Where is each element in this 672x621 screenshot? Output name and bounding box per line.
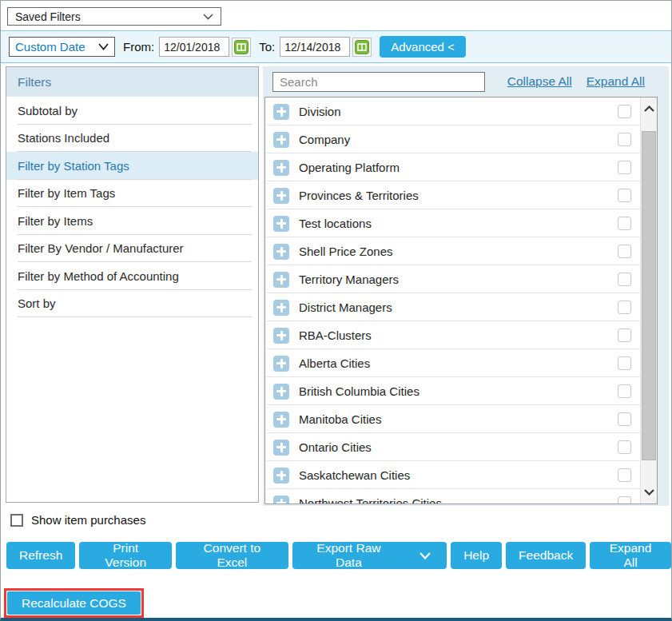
tag-label: Saskatchewan Cities <box>299 468 410 482</box>
expand-icon[interactable] <box>273 104 289 120</box>
to-date-input[interactable]: 12/14/2018 <box>280 37 350 57</box>
chevron-down-icon <box>98 43 109 50</box>
collapse-all-link[interactable]: Collapse All <box>507 74 572 89</box>
expand-icon[interactable] <box>273 356 289 372</box>
tag-checkbox[interactable] <box>618 328 631 342</box>
tag-checkbox[interactable] <box>618 161 631 174</box>
expand-all-button[interactable]: Expand All <box>590 542 671 569</box>
tag-row-ontario-cities: Ontario Cities <box>265 433 657 461</box>
tags-header: Collapse All Expand All <box>263 66 669 97</box>
tag-row-shell-price-zones: Shell Price Zones <box>265 237 657 265</box>
tag-checkbox[interactable] <box>618 468 631 482</box>
tag-row-alberta-cities: Alberta Cities <box>265 349 657 377</box>
tag-row-manitoba-cities: Manitoba Cities <box>265 405 657 433</box>
tag-row-territory-managers: Territory Managers <box>265 265 657 293</box>
vertical-scrollbar[interactable] <box>640 98 657 504</box>
expand-icon[interactable] <box>273 384 289 400</box>
from-label: From: <box>123 40 154 54</box>
expand-icon[interactable] <box>273 300 289 316</box>
show-item-purchases: Show item purchases <box>10 513 145 527</box>
tag-checkbox[interactable] <box>618 412 631 426</box>
tag-row-british-columbia-cities: British Columbia Cities <box>265 377 657 405</box>
tag-checkbox[interactable] <box>618 356 631 370</box>
tag-checkbox[interactable] <box>618 384 631 398</box>
tag-row-northwest-territories-cities: Northwest Territories Cities <box>265 489 657 504</box>
expand-icon[interactable] <box>273 216 289 232</box>
tag-checkbox[interactable] <box>618 301 631 314</box>
tag-checkbox[interactable] <box>618 189 631 202</box>
filter-item-vendor-manufacturer[interactable]: Filter By Vendor / Manufacturer <box>6 235 258 263</box>
tag-label: Northwest Territories Cities <box>299 496 442 504</box>
tag-label: Ontario Cities <box>299 440 372 454</box>
expand-icon[interactable] <box>273 188 289 204</box>
expand-icon[interactable] <box>273 244 289 260</box>
filter-item-station-tags[interactable]: Filter by Station Tags <box>6 152 258 180</box>
export-raw-data-label: Export Raw Data <box>305 541 393 570</box>
scrollbar-thumb[interactable] <box>642 131 656 460</box>
tag-label: Test locations <box>299 217 372 230</box>
tag-checkbox[interactable] <box>618 105 631 118</box>
feedback-button[interactable]: Feedback <box>506 542 586 569</box>
tag-row-district-managers: District Managers <box>265 293 657 321</box>
filter-item-items[interactable]: Filter by Items <box>6 207 258 235</box>
print-version-button[interactable]: Print Version <box>79 542 172 569</box>
from-date-input[interactable]: 12/01/2018 <box>159 37 229 57</box>
filter-item-method-of-accounting[interactable]: Filter by Method of Accounting <box>6 262 258 290</box>
tag-label: RBA-Clusters <box>299 328 372 342</box>
recalculate-cogs-highlight: Recalculate COGS <box>4 588 144 618</box>
export-raw-data-button[interactable]: Export Raw Data <box>292 542 447 569</box>
tag-checkbox[interactable] <box>618 273 631 286</box>
action-button-row: Refresh Print Version Convert to Excel E… <box>6 542 671 569</box>
tag-checkbox[interactable] <box>618 496 631 504</box>
filters-panel-title: Filters <box>6 67 258 97</box>
help-button[interactable]: Help <box>451 542 502 569</box>
expand-icon[interactable] <box>273 440 289 456</box>
expand-icon[interactable] <box>273 328 289 344</box>
filter-item-sort-by[interactable]: Sort by <box>6 290 258 318</box>
expand-icon[interactable] <box>273 468 289 484</box>
tag-checkbox[interactable] <box>618 245 631 258</box>
tag-row-operating-platform: Operating Platform <box>265 153 657 181</box>
date-range-select[interactable]: Custom Date <box>9 37 115 57</box>
convert-to-excel-button[interactable]: Convert to Excel <box>176 542 288 569</box>
filter-item-subtotal-by[interactable]: Subtotal by <box>6 97 258 125</box>
to-date-value: 12/14/2018 <box>284 41 340 54</box>
tag-label: District Managers <box>299 301 392 314</box>
calendar-icon <box>355 40 369 54</box>
tag-row-test-locations: Test locations <box>265 209 657 237</box>
saved-filters-select[interactable]: Saved Filters <box>7 7 221 26</box>
scroll-down-icon[interactable] <box>641 483 657 502</box>
expand-icon[interactable] <box>273 160 289 176</box>
expand-all-link[interactable]: Expand All <box>587 74 645 89</box>
show-item-purchases-label: Show item purchases <box>31 513 145 527</box>
show-item-purchases-checkbox[interactable] <box>10 514 23 527</box>
search-input[interactable] <box>272 72 485 92</box>
calendar-icon <box>234 40 249 54</box>
expand-icon[interactable] <box>273 272 289 288</box>
filter-item-item-tags[interactable]: Filter by Item Tags <box>6 180 258 208</box>
from-calendar-button[interactable] <box>232 38 251 57</box>
date-toolbar: Custom Date From: 12/01/2018 To: 12/14/2… <box>1 30 671 63</box>
chevron-down-icon <box>203 14 213 20</box>
tag-label: Company <box>299 133 350 146</box>
tag-label: Shell Price Zones <box>299 245 393 258</box>
tag-label: Division <box>299 105 341 118</box>
expand-icon[interactable] <box>273 132 289 148</box>
expand-icon[interactable] <box>273 412 289 428</box>
recalculate-cogs-button[interactable]: Recalculate COGS <box>7 591 141 615</box>
tag-checkbox[interactable] <box>618 217 631 230</box>
to-calendar-button[interactable] <box>352 38 372 57</box>
tag-checkbox[interactable] <box>618 440 631 454</box>
tag-row-division: Division <box>265 98 657 125</box>
refresh-button[interactable]: Refresh <box>6 542 75 569</box>
scroll-up-icon[interactable] <box>641 99 657 118</box>
tag-row-saskatchewan-cities: Saskatchewan Cities <box>265 461 657 489</box>
filter-item-stations-included[interactable]: Stations Included <box>6 125 258 153</box>
tag-checkbox[interactable] <box>618 133 631 146</box>
chevron-down-icon <box>420 552 431 559</box>
tag-label: Provinces & Territories <box>299 189 419 202</box>
expand-icon[interactable] <box>273 496 289 505</box>
filters-panel: Filters Subtotal by Stations Included Fi… <box>6 66 259 503</box>
tag-row-company: Company <box>265 125 657 153</box>
advanced-button[interactable]: Advanced < <box>380 36 466 58</box>
